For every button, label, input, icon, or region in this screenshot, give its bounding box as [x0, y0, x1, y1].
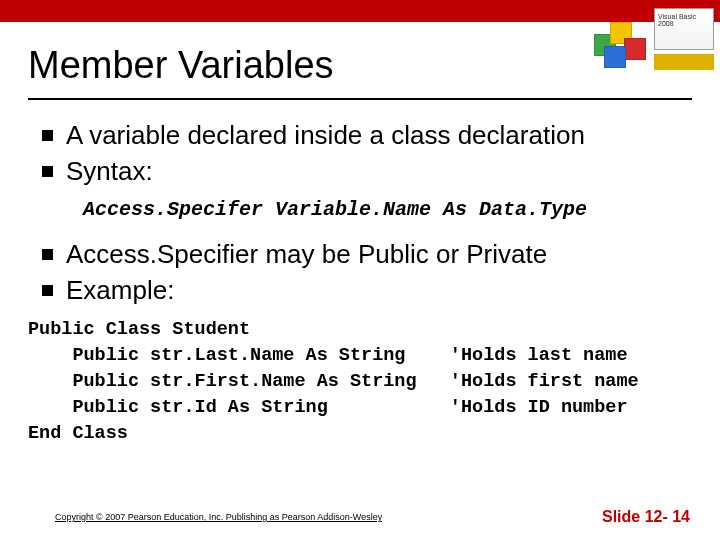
cover-line2: 2008 — [658, 20, 710, 27]
cover-caption — [654, 54, 714, 70]
book-cover-thumbnail: Visual Basic 2008 — [594, 4, 714, 74]
slide: Visual Basic 2008 Member Variables A var… — [0, 0, 720, 540]
code-block: Public Class Student Public str.Last.Nam… — [28, 317, 692, 447]
bullet-list-b: Access.Specifier may be Public or Privat… — [28, 237, 692, 307]
title-underline — [28, 98, 692, 100]
bullet-item: Example: — [28, 273, 692, 307]
cover-box: Visual Basic 2008 — [654, 8, 714, 50]
copyright-text: Copyright © 2007 Pearson Education, Inc.… — [55, 512, 382, 522]
bullet-item: Access.Specifier may be Public or Privat… — [28, 237, 692, 271]
bullet-item: Syntax: — [28, 154, 692, 188]
body: A variable declared inside a class decla… — [28, 118, 692, 447]
syntax-line: Access.Specifer Variable.Name As Data.Ty… — [83, 198, 692, 221]
slide-number: Slide 12- 14 — [602, 508, 690, 526]
bullet-list-a: A variable declared inside a class decla… — [28, 118, 692, 188]
bullet-item: A variable declared inside a class decla… — [28, 118, 692, 152]
slide-title: Member Variables — [28, 44, 334, 87]
cover-line1: Visual Basic — [658, 13, 710, 20]
